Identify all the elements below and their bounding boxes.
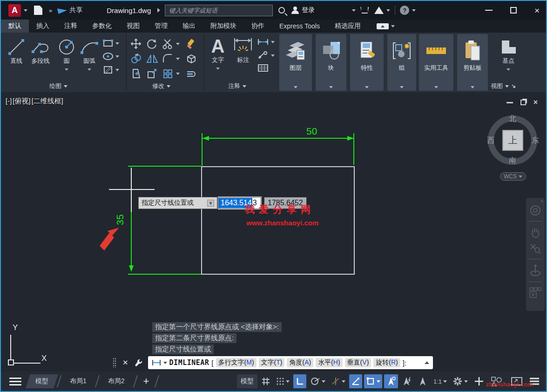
status-menu-icon[interactable] (527, 374, 542, 388)
fillet-flyout-caret-icon[interactable] (176, 58, 180, 60)
maximize-button[interactable] (510, 7, 517, 14)
pan-hand-icon[interactable] (530, 226, 541, 238)
tab-collaborate[interactable]: 协作 (244, 20, 272, 33)
arc-flyout-caret-icon[interactable] (88, 68, 91, 71)
table-tool[interactable] (257, 63, 269, 73)
trim-tool[interactable] (162, 38, 180, 49)
command-input-bar[interactable]: DIMLINEAR [ 多行文字M 文字T 角度A 水平H 垂直V 旋转R ]: (148, 356, 433, 369)
arc-tool[interactable]: 圆弧 (78, 37, 101, 72)
panel-launcher-icon[interactable] (511, 84, 516, 88)
new-file-button[interactable] (34, 6, 42, 15)
annotation-scale-icon[interactable] (416, 374, 430, 388)
polar-caret-icon[interactable] (322, 380, 325, 383)
add-layout-button[interactable]: + (139, 375, 154, 387)
user-icon[interactable] (291, 7, 299, 14)
trim-flyout-caret-icon[interactable] (176, 43, 180, 45)
login-caret-icon[interactable] (352, 9, 356, 12)
ellipse-flyout-caret-icon[interactable] (115, 55, 119, 58)
base-point-caret-icon[interactable] (506, 68, 510, 71)
leader-tool[interactable] (257, 51, 275, 60)
viewcube-north[interactable]: 北 (509, 114, 516, 124)
isolate-objects-button[interactable] (488, 374, 504, 388)
help-caret-icon[interactable] (412, 9, 416, 12)
hatch-flyout-caret-icon[interactable] (115, 69, 119, 71)
viewcube-top-face[interactable]: 上 (502, 130, 523, 151)
group-panel-button[interactable]: 组 (387, 34, 416, 91)
block-panel-caret-icon[interactable] (329, 86, 333, 88)
osnap-caret-icon[interactable] (377, 380, 380, 383)
viewport-minimize-button[interactable] (506, 102, 513, 103)
object-snap-toggle[interactable] (364, 374, 382, 388)
tab-annotate[interactable]: 注释 (57, 20, 85, 33)
option-mtext[interactable]: 多行文字M (216, 358, 257, 367)
polyline-tool[interactable]: 多段线 (27, 37, 54, 65)
circle-flyout-caret-icon[interactable] (65, 68, 68, 71)
ellipse-tool[interactable] (102, 52, 119, 61)
erase-tool[interactable] (185, 38, 197, 49)
help-icon[interactable]: ? (400, 6, 409, 15)
customization-gear-button[interactable] (451, 374, 470, 388)
tab-express-tools[interactable]: Express Tools (272, 20, 327, 33)
snap-caret-icon[interactable] (286, 380, 290, 383)
showmotion-icon[interactable] (529, 287, 542, 299)
array-tool[interactable] (162, 68, 180, 79)
tab-insert[interactable]: 插入 (29, 20, 57, 33)
utilities-panel-button[interactable]: 实用工具 (419, 34, 453, 91)
layers-panel-caret-icon[interactable] (294, 86, 297, 88)
viewport-close-button[interactable]: × (533, 99, 538, 106)
steering-wheel-icon[interactable] (529, 204, 541, 216)
annotation-visibility-toggle[interactable] (384, 374, 398, 388)
clean-screen-button[interactable] (509, 374, 525, 388)
tab-featured-apps[interactable]: 精选应用 (327, 20, 368, 33)
properties-panel-button[interactable]: 特性 (350, 34, 384, 91)
autodesk-caret-icon[interactable] (386, 9, 390, 12)
search-icon[interactable] (278, 7, 285, 14)
grid-toggle[interactable] (259, 374, 272, 388)
orbit-icon[interactable] (529, 264, 541, 277)
close-button[interactable]: × (534, 6, 540, 15)
viewport-visualstyle-control[interactable]: [二维线框] (32, 97, 63, 106)
properties-panel-caret-icon[interactable] (365, 86, 369, 88)
move-tool[interactable] (130, 38, 142, 49)
option-vertical[interactable]: 垂直V (345, 358, 371, 367)
fillet-tool[interactable] (162, 53, 180, 64)
viewport-minus-control[interactable]: [-] (6, 97, 12, 106)
option-angle[interactable]: 角度A (287, 358, 313, 367)
isodraft-toggle[interactable] (329, 374, 347, 388)
copy-tool[interactable] (130, 53, 142, 64)
status-plus-button[interactable] (472, 374, 486, 388)
scale-value-dropdown[interactable]: 1:1 (432, 374, 449, 388)
drawing-canvas[interactable]: [-] [俯视] [二维线框] × 北 西 东 南 上 WCS × (1, 92, 546, 372)
viewcube-south[interactable]: 南 (509, 156, 516, 166)
ribbon-collapse-button[interactable] (377, 23, 389, 29)
autoscale-toggle[interactable] (400, 374, 414, 388)
commandline-grip-handle[interactable] (113, 358, 116, 368)
object-snap-tracking-toggle[interactable] (349, 374, 362, 388)
block-panel-button[interactable]: 块 (316, 34, 346, 91)
mirror-tool[interactable] (146, 53, 158, 64)
stretch-tool[interactable] (130, 68, 142, 79)
annotate-panel-label[interactable]: 注释 (228, 82, 246, 90)
layout-menu-icon[interactable] (9, 376, 21, 387)
text-flyout-caret-icon[interactable] (216, 68, 220, 70)
option-rotated[interactable]: 旋转R (373, 358, 400, 367)
commandline-customize-icon[interactable] (134, 358, 143, 367)
tooltip-down-icon[interactable]: ▼ (207, 200, 214, 207)
layout2-tab[interactable]: 布局2 (101, 374, 132, 388)
snap-toggle[interactable] (274, 374, 291, 388)
tab-output[interactable]: 输出 (175, 20, 203, 33)
offset-tool[interactable] (185, 68, 197, 79)
dim-flyout-caret-icon[interactable] (271, 41, 275, 43)
ribbon-collapse-caret-icon[interactable] (391, 25, 395, 27)
line-tool[interactable]: 直线 (6, 37, 27, 65)
circle-tool[interactable]: 圆 (56, 37, 77, 72)
option-horizontal[interactable]: 水平H (316, 358, 342, 367)
app-menu-caret-icon[interactable] (24, 9, 27, 12)
command-history-expand-icon[interactable] (425, 361, 429, 364)
text-tool[interactable]: A 文字 (208, 36, 228, 71)
login-link[interactable]: 登录 (302, 6, 315, 14)
commandline-close-icon[interactable]: ✕ (122, 358, 128, 367)
viewcube-east[interactable]: 东 (532, 136, 539, 146)
rectangle-flyout-caret-icon[interactable] (115, 42, 119, 45)
modify-panel-label[interactable]: 修改 (152, 82, 170, 90)
